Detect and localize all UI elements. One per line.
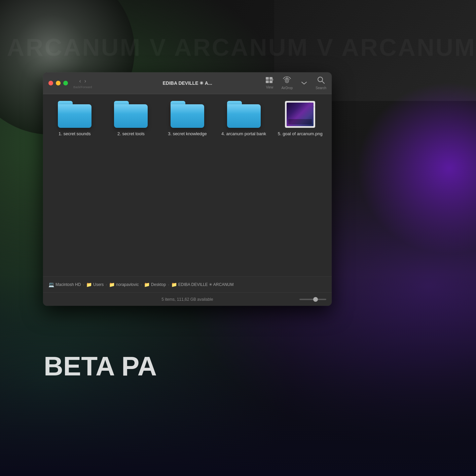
path-item-arcanum[interactable]: 📁 EDIBA DEVILLE ✳ ARCANUM: [171, 282, 234, 287]
airdrop-icon: [283, 76, 291, 85]
airdrop-button[interactable]: AirDrop: [281, 76, 293, 90]
svg-rect-0: [266, 77, 269, 80]
back-forward-label: Back/Forward: [73, 85, 92, 89]
close-button[interactable]: [48, 81, 53, 85]
file-item[interactable]: 2. secret tools: [108, 101, 155, 137]
view-icon: [266, 77, 273, 84]
file-label: 3. secret knowledge: [168, 131, 207, 137]
svg-point-5: [286, 80, 288, 82]
file-item[interactable]: 3. secret knowledge: [164, 101, 211, 137]
title-bar: ‹ › Back/Forward EDIBA DEVILLE ✳ A... Vi…: [43, 72, 332, 94]
png-file-icon: [285, 101, 315, 128]
bg-purple-decoration: [341, 67, 476, 269]
path-separator: ›: [83, 283, 84, 287]
fullscreen-button[interactable]: [63, 81, 68, 85]
minimize-button[interactable]: [56, 81, 61, 85]
slider-track: [299, 299, 326, 300]
path-item-users[interactable]: 📁 Users: [86, 282, 104, 287]
users-folder-icon: 📁: [86, 282, 92, 287]
view-button[interactable]: View: [266, 77, 273, 89]
file-label: 2. secret tools: [117, 131, 145, 137]
path-label-desktop: Desktop: [151, 282, 166, 287]
zoom-slider[interactable]: [299, 299, 326, 300]
file-label: 5. goal of arcanum.png: [278, 131, 323, 137]
path-label-users: Users: [93, 282, 104, 287]
forward-button[interactable]: ›: [83, 77, 87, 85]
arcanum-folder-icon: 📁: [171, 282, 177, 287]
search-button[interactable]: Search: [316, 76, 326, 90]
path-separator: ›: [106, 283, 107, 287]
path-bar: 💻 Macintosh HD › 📁 Users › 📁 norapavlovi…: [43, 276, 332, 292]
png-thumbnail-preview: [287, 103, 314, 126]
airdrop-label: AirDrop: [281, 86, 293, 90]
user-folder-icon: 📁: [109, 282, 115, 287]
path-item-macintosh-hd[interactable]: 💻 Macintosh HD: [48, 282, 81, 287]
svg-rect-2: [266, 80, 269, 83]
svg-rect-1: [269, 77, 272, 80]
toolbar-actions: View AirDrop: [266, 76, 326, 90]
path-separator: ›: [141, 283, 142, 287]
view-label: View: [266, 85, 273, 89]
file-item[interactable]: 5. goal of arcanum.png: [277, 101, 324, 137]
macintosh-hd-icon: 💻: [48, 282, 54, 287]
status-text: 5 items, 111,62 GB available: [161, 297, 213, 302]
file-content-area: 1. secret sounds 2. secret tools 3. secr…: [43, 94, 332, 276]
back-button[interactable]: ‹: [78, 77, 82, 85]
more-icon: [301, 79, 307, 87]
folder-icon: [58, 101, 91, 128]
folder-icon: [171, 101, 204, 128]
search-label: Search: [316, 86, 326, 90]
folder-icon: [227, 101, 261, 128]
path-item-desktop[interactable]: 📁 Desktop: [144, 282, 166, 287]
file-item[interactable]: 4. arcanum portal bank: [220, 101, 267, 137]
path-label-norapavlovic: norapavlovic: [116, 282, 139, 287]
path-label-macintosh-hd: Macintosh HD: [56, 282, 81, 287]
window-title: EDIBA DEVILLE ✳ A...: [162, 80, 212, 86]
folder-body: [171, 104, 204, 128]
back-forward-group: ‹ › Back/Forward: [73, 77, 92, 89]
more-button[interactable]: [301, 79, 307, 87]
path-label-arcanum: EDIBA DEVILLE ✳ ARCANUM: [178, 282, 234, 287]
file-label: 4. arcanum portal bank: [221, 131, 266, 137]
window-controls: [48, 81, 68, 85]
folder-body: [227, 104, 261, 128]
folder-body: [114, 104, 148, 128]
svg-rect-3: [269, 80, 272, 83]
desktop-folder-icon: 📁: [144, 282, 150, 287]
slider-thumb[interactable]: [313, 297, 318, 302]
finder-window: ‹ › Back/Forward EDIBA DEVILLE ✳ A... Vi…: [43, 72, 332, 306]
folder-body: [58, 104, 91, 128]
file-item[interactable]: 1. secret sounds: [51, 101, 98, 137]
path-item-norapavlovic[interactable]: 📁 norapavlovic: [109, 282, 139, 287]
folder-icon: [114, 101, 148, 128]
search-icon: [317, 76, 325, 85]
path-separator: ›: [168, 283, 169, 287]
status-bar: 5 items, 111,62 GB available: [43, 292, 332, 306]
nav-arrows: ‹ ›: [78, 77, 87, 85]
file-label: 1. secret sounds: [59, 131, 90, 137]
svg-line-7: [322, 81, 324, 83]
